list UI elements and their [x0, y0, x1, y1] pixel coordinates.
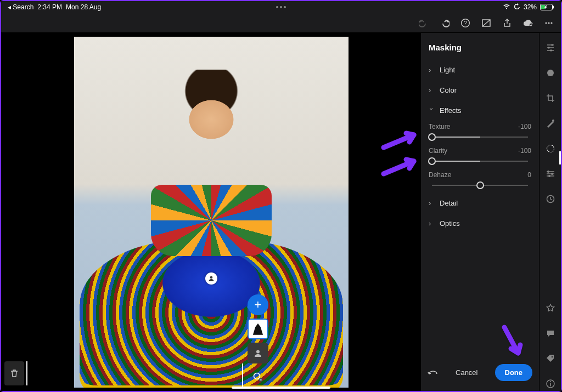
- info-icon[interactable]: [546, 379, 555, 391]
- chevron-right-icon: ›: [429, 66, 434, 74]
- slider-dehaze-label: Dehaze: [429, 171, 451, 179]
- slider-clarity[interactable]: Clarity-100: [421, 145, 539, 169]
- battery-percent: 32%: [524, 3, 537, 11]
- cancel-button[interactable]: Cancel: [456, 368, 477, 377]
- svg-rect-1: [541, 5, 545, 9]
- help-icon[interactable]: ?: [460, 18, 471, 29]
- chevron-right-icon: ›: [429, 219, 434, 228]
- group-detail[interactable]: › Detail: [421, 193, 539, 213]
- status-date: Mon 28 Aug: [66, 3, 101, 11]
- group-color[interactable]: › Color: [421, 80, 539, 100]
- group-detail-label: Detail: [440, 199, 458, 207]
- image-canvas[interactable]: +: [1, 33, 421, 391]
- svg-point-8: [545, 22, 547, 24]
- svg-rect-29: [550, 383, 551, 387]
- rotation-lock-icon: [514, 3, 520, 12]
- slider-clarity-label: Clarity: [429, 147, 447, 155]
- group-effects[interactable]: › Effects: [421, 100, 539, 121]
- svg-point-21: [552, 120, 554, 122]
- app-toolbar: ?: [1, 13, 561, 33]
- redo-icon[interactable]: [418, 18, 429, 29]
- chevron-right-icon: ›: [429, 199, 434, 207]
- panel-title: Masking: [421, 33, 539, 60]
- done-button[interactable]: Done: [495, 364, 533, 381]
- svg-point-30: [550, 381, 551, 382]
- svg-point-17: [551, 44, 553, 46]
- chevron-down-icon: ›: [428, 108, 436, 113]
- mask-person-badge[interactable]: [205, 272, 217, 285]
- svg-point-25: [548, 175, 550, 177]
- reset-mask-icon[interactable]: [428, 368, 439, 378]
- keywords-icon[interactable]: [546, 354, 555, 366]
- compare-original-icon[interactable]: [481, 18, 492, 29]
- undo-icon[interactable]: [439, 18, 450, 29]
- home-indicator[interactable]: [232, 387, 330, 389]
- svg-point-22: [547, 145, 554, 152]
- slider-texture[interactable]: Texture-100: [421, 121, 539, 145]
- slider-texture-value: -100: [518, 123, 531, 130]
- share-icon[interactable]: [502, 18, 513, 29]
- divider-left: [26, 361, 27, 385]
- slider-texture-label: Texture: [429, 123, 450, 130]
- mask-thumbnail-selected[interactable]: [248, 319, 268, 339]
- masking-tool-icon[interactable]: [546, 144, 555, 156]
- mask-tool-person[interactable]: [248, 343, 268, 363]
- crop-icon[interactable]: [546, 93, 555, 105]
- battery-icon: [540, 4, 554, 10]
- chevron-right-icon: ›: [429, 86, 434, 94]
- group-color-label: Color: [440, 86, 457, 94]
- svg-point-13: [254, 373, 260, 379]
- add-mask-button[interactable]: +: [248, 294, 268, 315]
- delete-button[interactable]: [4, 361, 24, 385]
- comments-icon[interactable]: [546, 328, 555, 340]
- group-optics-label: Optics: [440, 219, 460, 228]
- svg-point-11: [210, 276, 212, 279]
- tool-strip: [539, 33, 561, 391]
- svg-point-27: [551, 356, 553, 358]
- group-optics[interactable]: › Optics: [421, 213, 539, 234]
- smudge-icon[interactable]: [546, 68, 555, 80]
- star-rating-icon[interactable]: [546, 303, 555, 315]
- masking-panel: Masking › Light › Color › Effects Textur…: [421, 33, 539, 391]
- svg-point-9: [548, 22, 549, 24]
- slider-dehaze-value: 0: [527, 171, 531, 179]
- svg-point-23: [547, 171, 549, 173]
- more-icon[interactable]: [543, 18, 554, 29]
- slider-clarity-value: -100: [518, 147, 531, 155]
- edited-photo: [74, 37, 349, 388]
- wifi-icon: [503, 3, 510, 11]
- versions-icon[interactable]: [546, 194, 555, 206]
- group-light-label: Light: [440, 66, 455, 74]
- multitask-dots[interactable]: [276, 6, 286, 8]
- group-effects-label: Effects: [440, 106, 462, 115]
- svg-rect-2: [553, 6, 554, 9]
- cloud-sync-icon[interactable]: [522, 18, 533, 29]
- svg-point-10: [550, 22, 552, 24]
- svg-point-20: [547, 70, 554, 76]
- back-to-app[interactable]: ◂ Search: [8, 3, 33, 11]
- svg-point-18: [548, 47, 550, 49]
- svg-point-19: [550, 49, 552, 52]
- zoom-fit-button[interactable]: [248, 367, 268, 388]
- status-bar: ◂ Search 2:34 PM Mon 28 Aug 32%: [1, 1, 561, 13]
- status-time: 2:34 PM: [37, 3, 62, 11]
- svg-line-6: [482, 20, 490, 26]
- group-light[interactable]: › Light: [421, 60, 539, 80]
- slider-dehaze[interactable]: Dehaze0: [421, 169, 539, 193]
- svg-text:?: ?: [464, 20, 467, 26]
- healing-brush-icon[interactable]: [546, 118, 555, 130]
- presets-icon[interactable]: [546, 169, 555, 181]
- adjust-sliders-icon[interactable]: [546, 43, 555, 55]
- svg-point-12: [256, 350, 260, 354]
- svg-point-24: [551, 173, 553, 175]
- active-tool-indicator: [559, 151, 561, 164]
- mask-stack: +: [248, 294, 268, 388]
